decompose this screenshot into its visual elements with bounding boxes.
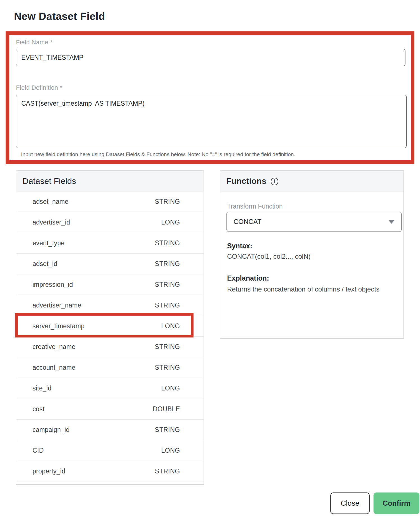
table-row[interactable]: account_name STRING: [16, 357, 204, 378]
info-icon[interactable]: i: [271, 178, 278, 185]
field-type: STRING: [155, 302, 180, 309]
field-name: campaign_id: [32, 426, 70, 434]
confirm-button[interactable]: Confirm: [374, 492, 419, 514]
field-name-label: Field Name *: [16, 39, 53, 46]
table-row[interactable]: adset_name STRING: [16, 191, 204, 212]
field-name: property_id: [32, 468, 65, 475]
field-type: STRING: [155, 281, 180, 288]
close-button[interactable]: Close: [330, 492, 370, 514]
field-name: impression_id: [32, 281, 73, 288]
field-type: STRING: [155, 468, 180, 475]
table-row[interactable]: advertiser_id LONG: [16, 212, 204, 233]
field-type: STRING: [155, 198, 180, 205]
field-type: STRING: [155, 343, 180, 351]
field-name: advertiser_id: [32, 219, 70, 226]
field-name: account_name: [32, 364, 75, 371]
field-definition-help: Input new field definition here using Da…: [21, 151, 295, 158]
field-name: adset_name: [32, 198, 69, 205]
field-name: adset_id: [32, 260, 57, 268]
chevron-down-icon: [388, 220, 395, 224]
transform-function-value: CONCAT: [234, 218, 262, 226]
field-name-input[interactable]: [16, 49, 405, 66]
dataset-fields-title: Dataset Fields: [16, 171, 204, 191]
table-row[interactable]: cost DOUBLE: [16, 399, 204, 420]
field-name: advertiser_name: [32, 302, 81, 309]
field-name: event_type: [32, 239, 65, 247]
field-type: STRING: [155, 364, 180, 371]
table-row[interactable]: creative_name STRING: [16, 337, 204, 357]
field-name: site_id: [32, 385, 52, 392]
table-row[interactable]: event_type STRING: [16, 233, 204, 254]
new-dataset-field-dialog: New Dataset Field Field Name * Field Def…: [0, 0, 420, 518]
field-name: creative_name: [32, 343, 75, 351]
field-name: CID: [32, 447, 44, 454]
page-title: New Dataset Field: [14, 11, 105, 22]
dataset-fields-panel: Dataset Fields adset_name STRING adverti…: [16, 170, 204, 485]
field-name: cost: [32, 405, 45, 413]
explanation-heading: Explanation:: [227, 274, 269, 282]
transform-function-label: Transform Function: [227, 203, 283, 210]
table-row[interactable]: property_id STRING: [16, 461, 204, 482]
field-type: STRING: [155, 260, 180, 268]
transform-function-select[interactable]: CONCAT: [227, 212, 402, 232]
field-type: LONG: [161, 385, 180, 392]
table-row[interactable]: site_id LONG: [16, 378, 204, 399]
explanation-text: Returns the concatenation of columns / t…: [227, 285, 395, 294]
field-type: DOUBLE: [153, 405, 180, 413]
table-row[interactable]: campaign_id STRING: [16, 420, 204, 440]
field-definition-textarea[interactable]: CAST(server_timestamp AS TIMESTAMP): [16, 95, 407, 148]
table-row[interactable]: impression_id STRING: [16, 274, 204, 295]
field-name: server_timestamp: [32, 322, 85, 330]
functions-panel: Functions i Transform Function CONCAT Sy…: [220, 170, 404, 339]
field-type: LONG: [161, 219, 180, 226]
syntax-heading: Syntax:: [227, 242, 252, 250]
field-definition-label: Field Definition *: [16, 84, 62, 91]
syntax-text: CONCAT(col1, col2..., colN): [227, 253, 311, 260]
field-type: LONG: [161, 447, 180, 454]
table-row[interactable]: CID LONG: [16, 440, 204, 461]
field-type: STRING: [155, 239, 180, 247]
field-type: LONG: [161, 322, 180, 330]
field-type: STRING: [155, 426, 180, 434]
table-row-server-timestamp[interactable]: server_timestamp LONG: [16, 316, 204, 337]
table-row[interactable]: advertiser_name STRING: [16, 295, 204, 316]
table-row[interactable]: adset_id STRING: [16, 254, 204, 274]
functions-title: Functions: [226, 176, 266, 186]
